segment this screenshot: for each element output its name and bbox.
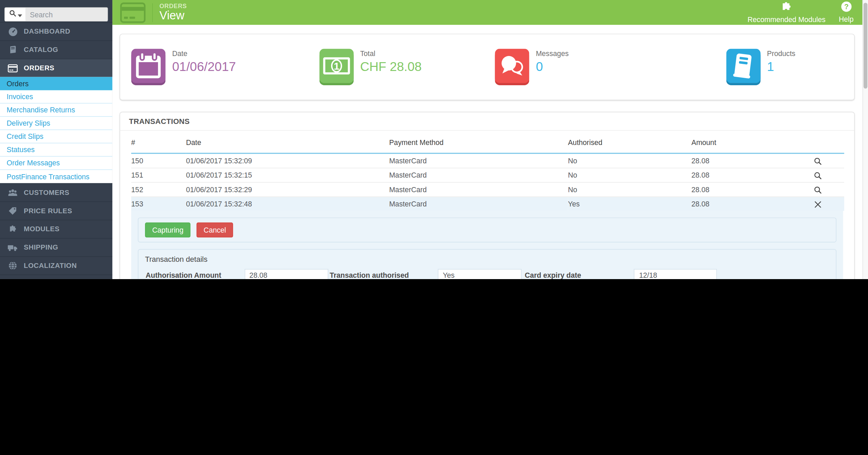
svg-text:?: ?	[844, 3, 848, 11]
submenu-item-invoices[interactable]: Invoices	[0, 90, 112, 104]
sidebar-item-label: SHIPPING	[24, 243, 58, 251]
kpi-date: Date 01/06/2017	[120, 34, 304, 99]
sidebar-item-preferences[interactable]: PREFERENCES	[0, 275, 112, 279]
svg-text:1: 1	[333, 60, 339, 72]
details-column: Card expiry date12/18 BrandMasterCard Me…	[524, 269, 717, 279]
orders-submenu: Orders Invoices Merchandise Returns Deli…	[0, 77, 112, 183]
search-box	[4, 7, 108, 21]
header-divider	[152, 3, 153, 22]
sidebar-item-localization[interactable]: LOCALIZATION	[0, 256, 112, 275]
sidebar-item-orders[interactable]: ORDERS	[0, 59, 112, 77]
sidebar-item-label: CUSTOMERS	[24, 189, 69, 197]
kpi-products: Products 1	[671, 34, 854, 99]
admin-page: DASHBOARD CATALOG ORDERS Orders Invoices…	[0, 0, 868, 279]
transaction-details-grid: Authorisation Amount28.08 CurrencyCHF Pa…	[145, 269, 829, 279]
detail-value: Yes	[438, 269, 521, 279]
order-kpi-panel: Date 01/06/2017 1 Total CHF 28.08 Messa	[120, 34, 855, 100]
credit-card-icon	[7, 64, 18, 72]
tool-label: Help	[839, 15, 854, 23]
truck-icon	[7, 243, 18, 251]
transaction-details-box: Transaction details Authorisation Amount…	[138, 249, 836, 279]
breadcrumb: ORDERS	[159, 3, 187, 10]
sidebar-item-label: CATALOG	[24, 46, 58, 54]
sidebar-item-modules[interactable]: MODULES	[0, 220, 112, 238]
scrollbar-thumb[interactable]	[864, 3, 867, 89]
main-content: Date 01/06/2017 1 Total CHF 28.08 Messa	[112, 25, 863, 279]
kpi-value: CHF 28.08	[360, 59, 421, 74]
kpi-value: 1	[767, 59, 796, 74]
kpi-label: Date	[172, 49, 236, 57]
submenu-item-orders[interactable]: Orders	[0, 77, 112, 90]
book-icon	[726, 49, 760, 85]
column-header	[792, 131, 844, 153]
sidebar-item-label: MODULES	[24, 225, 59, 233]
tool-label: Recommended Modules	[747, 16, 826, 24]
sidebar-item-catalog[interactable]: CATALOG	[0, 40, 112, 59]
calendar-icon	[131, 49, 165, 85]
gauge-icon	[7, 27, 18, 36]
details-column: Authorisation Amount28.08 CurrencyCHF Pa…	[145, 269, 328, 279]
column-header: #	[131, 131, 186, 153]
chat-bubbles-icon	[495, 49, 529, 85]
search-input[interactable]	[25, 7, 108, 21]
view-transaction-icon[interactable]	[814, 157, 822, 165]
detail-value: 28.08	[245, 269, 328, 279]
capturing-button[interactable]: Capturing	[145, 222, 191, 237]
column-header: Payment Method	[389, 131, 568, 153]
sidebar-item-label: DASHBOARD	[24, 28, 70, 36]
kpi-text: Products 1	[767, 49, 796, 74]
table-row-selected: 153 01/06/2017 15:32:48 MasterCard Yes 2…	[131, 197, 844, 211]
submenu-item-delivery-slips[interactable]: Delivery Slips	[0, 117, 112, 130]
submenu-item-postfinance-transactions[interactable]: PostFinance Transactions	[0, 170, 112, 183]
kpi-label: Total	[360, 49, 421, 57]
help-button[interactable]: ? Help	[839, 1, 854, 24]
table-header-row: # Date Payment Method Authorised Amount	[131, 131, 844, 153]
column-header: Date	[186, 131, 389, 153]
header-tools: Recommended Modules ? Help	[747, 1, 853, 24]
chevron-down-icon	[17, 10, 22, 19]
kpi-messages: Messages 0	[487, 34, 670, 99]
transactions-panel: TRANSACTIONS # Date Payment Method Autho…	[120, 112, 855, 279]
sidebar-item-label: PRICE RULES	[24, 207, 72, 215]
globe-icon	[7, 261, 18, 270]
kpi-text: Date 01/06/2017	[172, 49, 236, 74]
transaction-detail-area: Capturing Cancel Transaction details Aut…	[131, 211, 843, 279]
view-transaction-icon[interactable]	[814, 186, 822, 194]
column-header: Amount	[691, 131, 792, 153]
sidebar-item-price-rules[interactable]: PRICE RULES	[0, 201, 112, 220]
help-icon: ?	[841, 1, 852, 14]
sidebar-item-customers[interactable]: CUSTOMERS	[0, 183, 112, 202]
section-title: Transaction details	[145, 255, 829, 263]
kpi-value: 01/06/2017	[172, 59, 236, 74]
page-scrollbar[interactable]	[863, 0, 868, 279]
sidebar-item-dashboard[interactable]: DASHBOARD	[0, 22, 112, 40]
tags-icon	[7, 206, 18, 215]
puzzle-icon	[7, 225, 18, 234]
panel-title: TRANSACTIONS	[120, 112, 854, 131]
kpi-label: Products	[767, 49, 796, 57]
page-title-block: ORDERS View	[159, 3, 187, 22]
sidebar-item-shipping[interactable]: SHIPPING	[0, 238, 112, 256]
kpi-value: 0	[536, 59, 569, 74]
submenu-item-order-messages[interactable]: Order Messages	[0, 157, 112, 170]
transaction-actions-box: Capturing Cancel	[138, 218, 836, 242]
close-icon[interactable]	[814, 201, 821, 208]
kpi-total: 1 Total CHF 28.08	[304, 34, 487, 99]
credit-card-icon	[120, 2, 146, 23]
cancel-button[interactable]: Cancel	[196, 222, 233, 237]
submenu-item-merchandise-returns[interactable]: Merchandise Returns	[0, 104, 112, 117]
transactions-table: # Date Payment Method Authorised Amount …	[131, 131, 844, 211]
view-transaction-icon[interactable]	[814, 171, 822, 180]
page-title: View	[159, 10, 187, 22]
kpi-text: Messages 0	[536, 49, 569, 74]
submenu-item-statuses[interactable]: Statuses	[0, 143, 112, 157]
table-row: 150 01/06/2017 15:32:09 MasterCard No 28…	[131, 153, 844, 168]
catalog-book-icon	[7, 46, 18, 54]
recommended-modules-button[interactable]: Recommended Modules	[747, 1, 826, 24]
search-type-dropdown[interactable]	[4, 7, 25, 21]
sidebar-item-label: ORDERS	[24, 64, 54, 72]
submenu-item-credit-slips[interactable]: Credit Slips	[0, 130, 112, 143]
sidebar-item-label: LOCALIZATION	[24, 262, 77, 270]
table-row: 152 01/06/2017 15:32:29 MasterCard No 28…	[131, 182, 844, 197]
page-header: ORDERS View Recommended Modules ? Help	[112, 0, 863, 25]
